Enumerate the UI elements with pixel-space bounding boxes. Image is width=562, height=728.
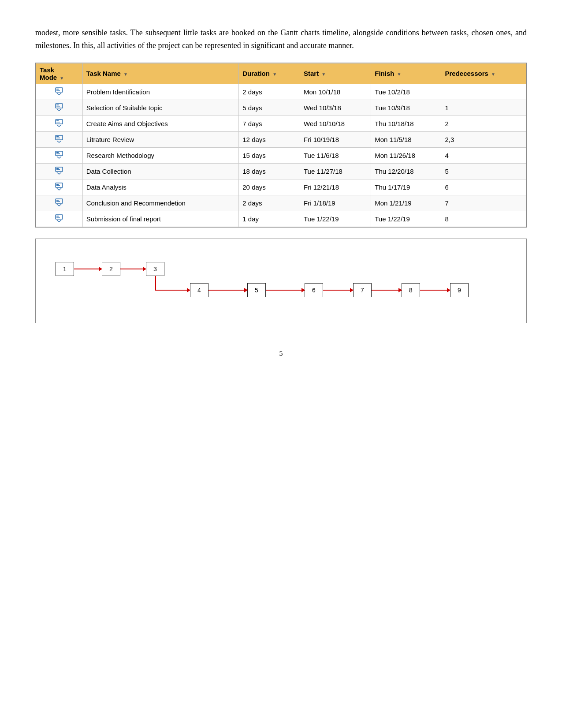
duration-cell: 20 days — [239, 179, 300, 195]
table-row: Conclusion and Recommendetion 2 days Fri… — [36, 195, 526, 211]
task-mode-icon — [55, 119, 63, 127]
svg-rect-25 — [56, 216, 59, 217]
table-row: Selection of Suitable topic 5 days Wed 1… — [36, 100, 526, 116]
start-cell: Fri 10/19/18 — [300, 131, 371, 147]
predecessors-cell: 7 — [441, 195, 526, 211]
page-number: 5 — [35, 350, 527, 358]
finish-cell: Mon 1/21/19 — [371, 195, 441, 211]
task-name-cell: Data Collection — [82, 163, 239, 179]
flow-node-5: 5 — [247, 283, 266, 297]
task-mode-cell — [36, 211, 83, 227]
task-mode-cell — [36, 179, 83, 195]
flow-node-2: 2 — [102, 262, 120, 276]
col-task-mode: Task Mode ▼ — [36, 63, 83, 84]
col-start: Start ▼ — [300, 63, 371, 84]
col-predecessors: Predecessors ▼ — [441, 63, 526, 84]
table-row: Research Methodology 15 days Tue 11/6/18… — [36, 147, 526, 163]
task-name-cell: Conclusion and Recommendetion — [82, 195, 239, 211]
table-row: Data Analysis 20 days Fri 12/21/18 Thu 1… — [36, 179, 526, 195]
start-cell: Tue 11/27/18 — [300, 163, 371, 179]
task-mode-cell — [36, 116, 83, 131]
task-mode-cell — [36, 163, 83, 179]
svg-rect-16 — [56, 168, 59, 169]
task-name-cell: Submission of final report — [82, 211, 239, 227]
table-header-row: Task Mode ▼ Task Name ▼ Duration ▼ Start… — [36, 63, 526, 84]
flow-arrow — [74, 269, 102, 269]
flow-node-6: 6 — [305, 283, 323, 297]
task-mode-icon — [55, 87, 63, 95]
start-cell: Tue 11/6/18 — [300, 147, 371, 163]
flow-node-8: 8 — [402, 283, 420, 297]
predecessors-cell: 1 — [441, 100, 526, 116]
duration-cell: 1 day — [239, 211, 300, 227]
predecessors-cell: 2 — [441, 116, 526, 131]
svg-rect-19 — [56, 184, 59, 185]
start-cell: Tue 1/22/19 — [300, 211, 371, 227]
finish-cell: Tue 1/22/19 — [371, 211, 441, 227]
duration-cell: 2 days — [239, 84, 300, 100]
predecessors-cell: 2,3 — [441, 131, 526, 147]
task-mode-icon — [55, 103, 63, 111]
task-name-cell: Data Analysis — [82, 179, 239, 195]
flow-arrow — [266, 290, 305, 291]
svg-rect-23 — [56, 201, 60, 202]
finish-cell: Tue 10/9/18 — [371, 100, 441, 116]
svg-rect-1 — [56, 89, 59, 90]
task-mode-icon — [55, 167, 63, 175]
task-mode-icon — [55, 198, 63, 206]
duration-cell: 5 days — [239, 100, 300, 116]
start-cell: Mon 10/1/18 — [300, 84, 371, 100]
flow-line-v-3-4 — [155, 276, 156, 290]
duration-cell: 15 days — [239, 147, 300, 163]
svg-rect-8 — [56, 122, 60, 123]
svg-rect-7 — [56, 120, 59, 121]
task-mode-cell — [36, 195, 83, 211]
task-mode-icon — [55, 135, 63, 143]
flow-node-3: 3 — [146, 262, 164, 276]
flow-node-7: 7 — [353, 283, 372, 297]
flow-arrow — [120, 269, 146, 269]
gantt-table: Task Mode ▼ Task Name ▼ Duration ▼ Start… — [36, 63, 526, 227]
finish-cell: Tue 10/2/18 — [371, 84, 441, 100]
col-duration: Duration ▼ — [239, 63, 300, 84]
flow-arrow-3-4 — [155, 290, 190, 291]
flow-node-1: 1 — [56, 262, 74, 276]
predecessors-cell: 8 — [441, 211, 526, 227]
task-name-cell: Problem Identification — [82, 84, 239, 100]
table-row: Problem Identification 2 days Mon 10/1/1… — [36, 84, 526, 100]
task-mode-cell — [36, 131, 83, 147]
table-row: Data Collection 18 days Tue 11/27/18 Thu… — [36, 163, 526, 179]
svg-rect-22 — [56, 200, 59, 201]
start-cell: Fri 1/18/19 — [300, 195, 371, 211]
svg-rect-26 — [56, 217, 60, 218]
col-finish: Finish ▼ — [371, 63, 441, 84]
start-cell: Wed 10/3/18 — [300, 100, 371, 116]
predecessors-cell — [441, 84, 526, 100]
finish-cell: Mon 11/26/18 — [371, 147, 441, 163]
flow-node-4: 4 — [190, 283, 208, 297]
task-name-cell: Create Aims and Objectives — [82, 116, 239, 131]
task-mode-icon — [55, 214, 63, 222]
flow-arrow — [420, 290, 450, 291]
finish-cell: Thu 10/18/18 — [371, 116, 441, 131]
task-mode-cell — [36, 100, 83, 116]
finish-cell: Thu 12/20/18 — [371, 163, 441, 179]
finish-cell: Mon 11/5/18 — [371, 131, 441, 147]
start-cell: Fri 12/21/18 — [300, 179, 371, 195]
task-name-cell: Research Methodology — [82, 147, 239, 163]
paragraph-text: modest, more sensible tasks. The subsequ… — [35, 26, 527, 52]
svg-rect-14 — [56, 153, 60, 154]
flow-arrow — [208, 290, 247, 291]
duration-cell: 2 days — [239, 195, 300, 211]
svg-rect-11 — [56, 138, 60, 138]
flow-arrow — [323, 290, 353, 291]
duration-cell: 7 days — [239, 116, 300, 131]
predecessors-cell: 4 — [441, 147, 526, 163]
svg-rect-2 — [56, 90, 60, 91]
task-mode-cell — [36, 147, 83, 163]
svg-rect-10 — [56, 136, 59, 137]
finish-cell: Thu 1/17/19 — [371, 179, 441, 195]
duration-cell: 18 days — [239, 163, 300, 179]
duration-cell: 12 days — [239, 131, 300, 147]
task-mode-icon — [55, 151, 63, 159]
